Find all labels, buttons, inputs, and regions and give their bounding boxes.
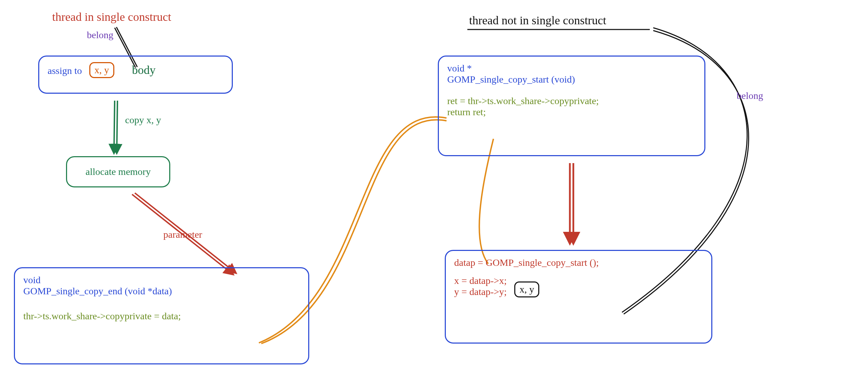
- copy-xy-label: copy x, y: [125, 115, 161, 126]
- assign-label: assign to: [48, 65, 82, 76]
- end-sig1: void: [23, 275, 300, 286]
- end-sig2: GOMP_single_copy_end (void *data): [23, 286, 300, 297]
- right-title: thread not in single construct: [469, 14, 606, 27]
- xy-box-left: x, y: [89, 62, 114, 78]
- use-line1: datap = GOMP_single_copy_start ();: [454, 257, 703, 268]
- copy-end-box: void GOMP_single_copy_end (void *data) t…: [14, 267, 309, 364]
- left-belong-label: belong: [87, 29, 113, 41]
- body-box: assign to x, y body: [38, 56, 233, 94]
- allocate-box: allocate memory: [66, 156, 170, 187]
- parameter-label: parameter: [163, 229, 202, 240]
- left-title: thread in single construct: [52, 10, 171, 24]
- use-line2: x = datap->x;: [454, 275, 507, 286]
- start-stmt1: ret = thr->ts.work_share->copyprivate;: [447, 95, 696, 107]
- start-sig1: void *: [447, 63, 696, 74]
- allocate-text: allocate memory: [85, 166, 150, 177]
- body-label: body: [132, 64, 156, 76]
- start-stmt2: return ret;: [447, 107, 696, 118]
- right-belong-label: belong: [737, 90, 763, 101]
- xy-box-right: x, y: [514, 281, 539, 297]
- use-line3: y = datap->y;: [454, 286, 507, 297]
- start-sig2: GOMP_single_copy_start (void): [447, 74, 696, 85]
- use-box: datap = GOMP_single_copy_start (); x = d…: [445, 250, 712, 344]
- end-stmt: thr->ts.work_share->copyprivate = data;: [23, 311, 300, 322]
- copy-start-box: void * GOMP_single_copy_start (void) ret…: [438, 56, 705, 156]
